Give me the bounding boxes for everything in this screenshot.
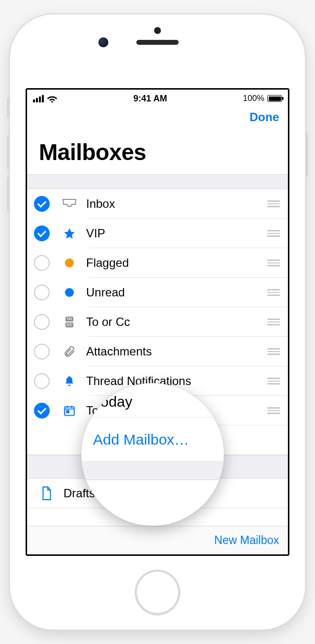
star-icon [60,227,79,240]
mailbox-row-unread[interactable]: Unread [27,278,288,307]
mailbox-row-attachments[interactable]: Attachments [27,337,288,366]
volume-down-button [7,177,10,211]
status-bar: 9:41 AM 100% [27,90,288,107]
inbox-icon [60,198,79,209]
mailbox-label: Thread Notifications [86,374,267,388]
checkbox-on-icon[interactable] [34,196,50,212]
nav-bar: Done [27,107,288,135]
checkbox-off-icon[interactable] [34,314,50,330]
status-time: 9:41 AM [133,94,167,104]
wifi-icon [47,95,58,102]
draft-icon [37,486,57,500]
drag-handle-icon[interactable] [267,378,281,385]
checkbox-on-icon[interactable] [34,225,50,241]
front-camera [98,37,108,47]
drag-handle-icon[interactable] [267,289,281,296]
unread-dot-icon [60,288,79,297]
mailbox-label: Flagged [86,256,267,270]
home-button[interactable] [135,570,180,615]
mailbox-row-flagged[interactable]: Flagged [27,248,288,278]
calendar-icon [60,404,79,417]
mailbox-label: Attachments [86,345,267,358]
iphone-device-frame: 9:41 AM 100% Done Mailboxes Inbox [10,14,305,630]
battery-percentage: 100% [243,94,264,103]
flag-dot-icon [60,258,79,267]
toolbar: New Mailbox [27,526,288,554]
new-mailbox-button[interactable]: New Mailbox [214,534,279,547]
checkbox-off-icon[interactable] [34,285,50,300]
mailbox-label: Inbox [86,197,267,211]
tocc-icon: TO CC [60,317,79,327]
volume-up-button [7,135,10,169]
drag-handle-icon[interactable] [267,319,281,325]
checkbox-off-icon[interactable] [34,255,50,271]
lens-add-mailbox-label[interactable]: Add Mailbox… [93,431,189,448]
mailbox-row-tocc[interactable]: TO CC To or Cc [27,307,288,337]
drag-handle-icon[interactable] [267,200,281,207]
mute-switch [7,98,10,118]
mailbox-row-vip[interactable]: VIP [27,219,288,248]
checkbox-off-icon[interactable] [34,373,50,389]
done-button[interactable]: Done [250,110,279,124]
checkbox-off-icon[interactable] [34,344,50,359]
section-separator [27,174,288,189]
battery-icon [267,95,282,102]
earpiece-speaker [136,40,179,45]
cellular-signal-icon [33,95,44,102]
proximity-sensor [154,27,161,34]
drag-handle-icon[interactable] [267,348,281,355]
page-title: Mailboxes [27,135,288,174]
svg-rect-1 [67,411,69,413]
power-button [305,132,308,177]
checkbox-on-icon[interactable] [34,403,50,419]
mailbox-label: To or Cc [86,315,267,329]
paperclip-icon [60,345,79,358]
drag-handle-icon[interactable] [267,230,281,237]
callout-lens: Today Add Mailbox… [81,383,224,526]
drag-handle-icon[interactable] [267,407,281,414]
mailbox-label: VIP [86,226,267,240]
mailbox-row-inbox[interactable]: Inbox [27,189,288,219]
bell-icon [60,375,79,387]
screen: 9:41 AM 100% Done Mailboxes Inbox [26,88,289,556]
drag-handle-icon[interactable] [267,259,281,266]
mailbox-label: Unread [86,286,267,299]
